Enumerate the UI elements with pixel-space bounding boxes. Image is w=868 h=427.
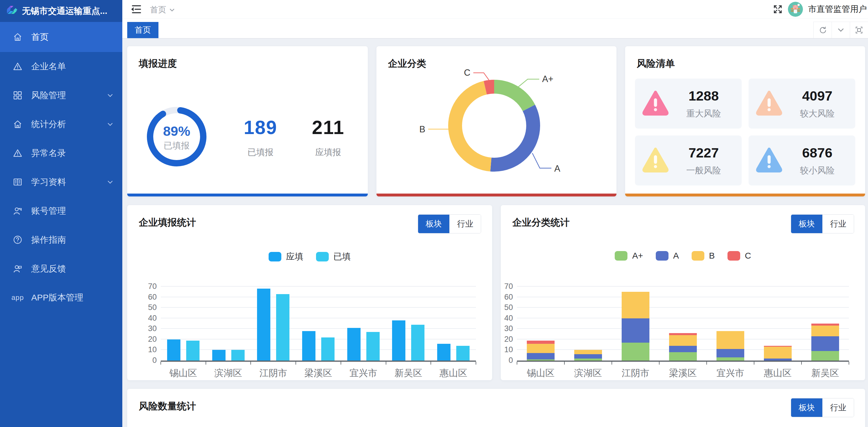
sidebar-item-label: 首页 xyxy=(31,31,49,43)
risk-info: 6876较小风险 xyxy=(783,145,851,176)
bar-group-锡山区 xyxy=(517,287,564,361)
donut-label-A: A xyxy=(554,164,560,174)
bar-segment-B xyxy=(669,335,697,346)
x-axis-tick xyxy=(250,362,251,365)
toggle-group: 板块 行业 xyxy=(791,215,854,233)
svg-text:已填报: 已填报 xyxy=(164,141,190,150)
risk-count: 1288 xyxy=(670,88,738,104)
risk-info: 7227一般风险 xyxy=(670,145,738,176)
sidebar-item-risk-mgmt[interactable]: 风险管理 xyxy=(0,81,122,110)
filled-value: 189 xyxy=(227,117,294,138)
stat-required: 211 应填报 xyxy=(294,117,362,158)
top-header: 首页 市直管监管用户 xyxy=(122,0,868,19)
card-accent-bar xyxy=(376,194,616,196)
x-axis-label: 惠山区 xyxy=(754,367,802,380)
svg-text:89%: 89% xyxy=(163,123,190,139)
x-axis-tick xyxy=(849,362,849,365)
sidebar-menu: 首页企业名单风险管理统计分析异常名录学习资料账号管理操作指南意见反馈appAPP… xyxy=(0,22,122,312)
warning-triangle-icon xyxy=(641,90,670,118)
toggle-industry-button[interactable]: 行业 xyxy=(822,398,854,417)
x-axis-tick xyxy=(517,362,517,365)
sidebar-item-feedback[interactable]: 意见反馈 xyxy=(0,254,122,283)
x-axis-tick xyxy=(341,362,341,365)
filled-label: 已填报 xyxy=(227,146,294,158)
legend-item-B[interactable]: B xyxy=(692,251,715,261)
toggle-sector-button[interactable]: 板块 xyxy=(791,398,822,417)
legend-item-C[interactable]: C xyxy=(727,251,751,261)
breadcrumb[interactable]: 首页 xyxy=(150,4,176,15)
y-axis-tick: 60 xyxy=(136,293,157,302)
fullscreen-icon[interactable] xyxy=(773,4,783,14)
legend-label: A xyxy=(673,251,679,261)
risk-count: 6876 xyxy=(783,145,851,161)
risk-info: 4097较大风险 xyxy=(783,88,851,120)
maximize-icon[interactable] xyxy=(850,22,868,38)
sidebar-item-enterprises[interactable]: 企业名单 xyxy=(0,52,122,81)
sidebar-item-label: 风险管理 xyxy=(31,90,66,101)
y-axis-tick: 20 xyxy=(501,335,513,344)
donut-label-A+: A+ xyxy=(542,74,553,84)
x-axis-line xyxy=(161,361,476,362)
legend-item-已填[interactable]: 已填 xyxy=(316,251,351,263)
sidebar-item-label: 异常名录 xyxy=(31,147,66,159)
bar-segment-A+ xyxy=(716,357,744,361)
bar-segment-B xyxy=(622,292,649,318)
classification-donut-chart: A+ABC xyxy=(402,66,587,195)
donut-label-B: B xyxy=(419,124,425,134)
sidebar-item-accounts[interactable]: 账号管理 xyxy=(0,196,122,225)
sidebar-item-abnormal[interactable]: 异常名录 xyxy=(0,139,122,168)
tabs-dropdown-icon[interactable] xyxy=(832,22,850,38)
legend-label: C xyxy=(745,251,751,261)
x-axis-label: 滨湖区 xyxy=(564,367,612,380)
sidebar-item-app-version[interactable]: appAPP版本管理 xyxy=(0,283,122,312)
sidebar-item-guide[interactable]: 操作指南 xyxy=(0,225,122,254)
bar-group-宜兴市 xyxy=(341,287,386,361)
bar-segment-A xyxy=(716,349,744,357)
book-icon xyxy=(11,176,24,188)
username[interactable]: 市直管监管用户 xyxy=(808,3,867,15)
x-axis-tick xyxy=(160,362,161,365)
x-axis-tick xyxy=(659,362,659,365)
legend-swatch xyxy=(692,251,704,261)
bar-应填 xyxy=(392,320,405,361)
card-accent-bar xyxy=(625,194,865,196)
legend-item-A+[interactable]: A+ xyxy=(615,251,643,261)
sidebar-item-home[interactable]: 首页 xyxy=(0,22,122,52)
home-icon xyxy=(11,32,24,42)
card-title: 风险清单 xyxy=(637,57,675,70)
sidebar-item-label: APP版本管理 xyxy=(31,292,83,304)
bar-group-梁溪区 xyxy=(296,287,341,361)
toggle-industry-button[interactable]: 行业 xyxy=(449,215,481,233)
bar-segment-C xyxy=(764,346,792,347)
legend-label: B xyxy=(709,251,715,261)
sidebar-collapse-icon[interactable] xyxy=(130,4,142,14)
legend-label: 已填 xyxy=(333,251,351,263)
refresh-icon[interactable] xyxy=(813,22,832,38)
x-axis-label: 锡山区 xyxy=(161,367,206,380)
y-axis-tick: 50 xyxy=(136,303,157,312)
x-axis-tick xyxy=(476,362,476,365)
home-icon xyxy=(11,119,24,130)
legend-swatch xyxy=(316,252,329,261)
warning-triangle-icon xyxy=(755,90,783,118)
toggle-sector-button[interactable]: 板块 xyxy=(791,215,822,233)
toggle-industry-button[interactable]: 行业 xyxy=(822,215,854,233)
x-axis-tick xyxy=(431,362,431,365)
x-axis-label: 新吴区 xyxy=(386,367,431,380)
bar-group-新吴区 xyxy=(386,287,431,361)
app-title: 无锡市交通运输重点... xyxy=(22,5,107,17)
tab-home[interactable]: 首页 xyxy=(127,22,158,38)
sidebar-item-materials[interactable]: 学习资料 xyxy=(0,168,122,196)
x-axis-line xyxy=(517,361,849,362)
sidebar-item-stats[interactable]: 统计分析 xyxy=(0,110,122,139)
legend-item-A[interactable]: A xyxy=(656,251,679,261)
x-axis-tick xyxy=(801,362,802,365)
sidebar-item-label: 账号管理 xyxy=(31,205,66,217)
toggle-group: 板块 行业 xyxy=(791,398,854,417)
avatar[interactable] xyxy=(788,2,803,17)
app-icon: app xyxy=(11,292,24,303)
risk-info: 1288重大风险 xyxy=(670,88,738,120)
toggle-sector-button[interactable]: 板块 xyxy=(418,215,449,233)
legend-item-应填[interactable]: 应填 xyxy=(269,251,303,263)
donut-label-C: C xyxy=(464,68,470,78)
